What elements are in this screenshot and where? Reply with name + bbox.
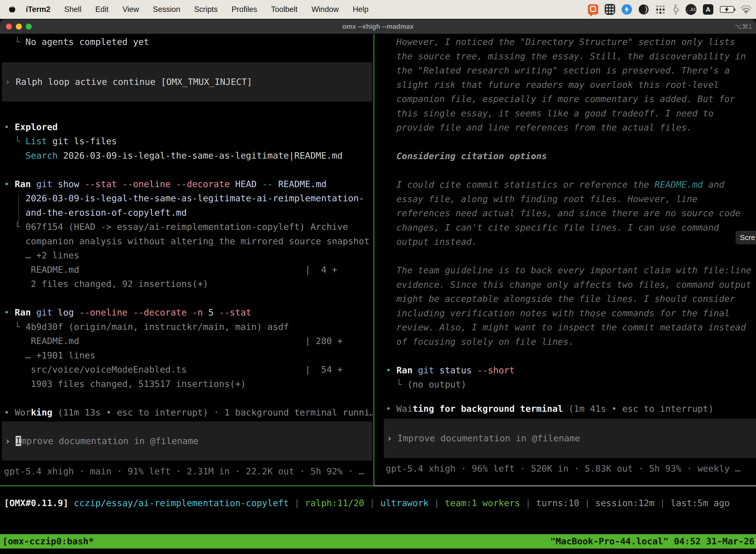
screen-recording-icon[interactable] <box>588 4 598 15</box>
terminal-line: references need actual files, and since … <box>384 206 756 220</box>
keystroke-icon[interactable] <box>672 4 679 15</box>
tmux-status-bar: [omx-cczip0:bash* "MacBook-Pro-44.local"… <box>0 534 756 549</box>
sync-badge-icon[interactable] <box>622 4 632 15</box>
text-segment: … +1901 lines <box>4 350 95 361</box>
text-segment: README.md | 4 + <box>4 265 337 275</box>
text-segment: -- <box>257 179 273 189</box>
terminal-line: 2026-03-09-is-legal-the-same-as-legitima… <box>2 191 373 206</box>
command-input-box[interactable]: › Ralph loop active continue [OMX_TMUX_I… <box>2 62 373 102</box>
terminal-line: Search 2026-03-09-is-legal-the-same-as-l… <box>2 149 373 163</box>
screen-share-pill[interactable]: Scre <box>736 231 756 244</box>
command-input-box[interactable]: › Improve documentation in @filename <box>384 419 756 458</box>
terminal-line: might be acceptable alongside the file l… <box>384 292 756 306</box>
terminal-line: • Ran git log --oneline --decorate -n 5 … <box>2 305 373 320</box>
terminal-line: However, I noticed the "Directory Struct… <box>384 35 756 49</box>
text-segment: ting for background terminal <box>413 403 563 414</box>
input-source-icon[interactable]: A <box>703 4 713 15</box>
text-segment: └ <box>4 322 25 332</box>
moon-circle-icon[interactable] <box>638 4 649 15</box>
terminal-line: 1903 files changed, 513517 insertions(+) <box>2 377 373 391</box>
text-segment: team:1 workers <box>445 498 520 508</box>
terminal-line: • Waiting for background terminal (1m 41… <box>384 402 756 416</box>
terminal-area: └ No agents completed yet› Ralph loop ac… <box>0 34 756 554</box>
text-segment: └ <box>386 379 407 389</box>
menu-item-profiles[interactable]: Profiles <box>225 5 264 14</box>
text-segment: --stat --oneline --decorate <box>79 179 230 189</box>
menu-item-view[interactable]: View <box>116 5 146 14</box>
left-terminal-pane[interactable]: └ No agents completed yet› Ralph loop ac… <box>2 35 373 486</box>
menu-item-toolbelt[interactable]: Toolbelt <box>264 5 305 14</box>
tmux-session-label: [omx-cczip0:bash* <box>2 534 94 549</box>
timer-badge-icon[interactable]: ..61 <box>686 4 696 15</box>
terminal-line: … +1901 lines <box>2 348 373 363</box>
terminal-line: • Ran git status --short <box>384 363 756 378</box>
spacer <box>384 249 756 263</box>
text-segment: cczip/essay/ai-reimplementation-copyleft <box>74 498 289 508</box>
spacer <box>384 163 756 178</box>
menu-item-shell[interactable]: Shell <box>57 5 88 14</box>
keyboard-icon[interactable] <box>605 4 615 15</box>
inactive-pane-bottom-border <box>374 486 756 486</box>
text-segment: session:12m <box>595 498 654 508</box>
text-segment: However, I noticed the "Directory Struct… <box>386 37 735 47</box>
text-segment: 1903 files changed, 513517 insertions(+) <box>4 379 246 389</box>
right-terminal-pane[interactable]: However, I noticed the "Directory Struct… <box>384 35 756 486</box>
menu-item-window[interactable]: Window <box>305 5 346 14</box>
window-title-bar: omx --xhigh --madmax ⌥⌘1 <box>0 19 756 34</box>
text-segment: Explored <box>15 122 58 132</box>
menu-item-iterm2[interactable]: iTerm2 <box>26 5 57 14</box>
menu-item-scripts[interactable]: Scripts <box>187 5 225 14</box>
terminal-line: changes, I can't cite specific file line… <box>384 220 756 235</box>
text-segment: Ran <box>396 365 418 375</box>
text-segment: • <box>4 122 15 132</box>
text-segment: 067f154 (HEAD -> essay/ai-reimplementati… <box>25 222 348 232</box>
battery-icon[interactable] <box>720 6 734 13</box>
text-segment: Search <box>4 151 58 161</box>
text-segment: and <box>703 179 724 189</box>
text-segment: › <box>387 433 397 443</box>
text-segment: | <box>289 498 305 508</box>
pane-divider[interactable] <box>374 34 374 486</box>
apple-menu-icon[interactable] <box>8 4 17 14</box>
terminal-line: I could cite commit statistics or refere… <box>384 177 756 192</box>
menu-status-icons: ..61 A <box>588 0 752 19</box>
text-segment: README.md | 280 + <box>4 336 342 346</box>
text-segment: --stat <box>213 307 251 318</box>
menu-item-edit[interactable]: Edit <box>88 5 115 14</box>
text-segment: └ <box>4 37 25 47</box>
terminal-line: The team guideline is to back every impo… <box>384 263 756 277</box>
terminal-line: this single essay, it seems like a good … <box>384 106 756 121</box>
spacer <box>384 458 756 461</box>
text-segment: the "Related research writing" section i… <box>386 65 730 75</box>
text-segment: (1m 41s • esc to interrupt) <box>563 403 713 414</box>
menu-items: iTerm2ShellEditViewSessionScriptsProfile… <box>26 5 376 14</box>
model-status-line: gpt-5.4 xhigh · main · 91% left · 2.31M … <box>2 464 373 479</box>
text-segment: 2026-03-09-is-legal-the-same-as-legitima… <box>58 151 343 161</box>
dots-grid-icon[interactable] <box>655 4 665 14</box>
window-title: omx --xhigh --madmax <box>0 19 756 34</box>
text-segment: 4b9d30f (origin/main, instructkr/main, m… <box>25 322 289 332</box>
terminal-line: 2 files changed, 92 insertions(+) <box>2 277 373 291</box>
text-segment: git <box>36 179 52 189</box>
model-status-line: gpt-5.4 xhigh · 96% left · 520K in · 5.8… <box>384 461 756 476</box>
terminal-line: README.md | 280 + <box>2 334 373 348</box>
terminal-line: including verification notes with those … <box>384 306 756 321</box>
terminal-line: • Working (11m 13s • esc to interrupt) ·… <box>2 405 373 420</box>
menu-item-help[interactable]: Help <box>346 5 376 14</box>
text-segment: gpt-5.4 xhigh · main · 91% left · 2.31M … <box>4 466 364 476</box>
terminal-line: the source tree, missing the essay. Stil… <box>384 49 756 63</box>
spacer <box>2 291 373 306</box>
spacer <box>2 49 373 62</box>
text-segment: turns:10 <box>536 498 579 508</box>
text-segment: --oneline --decorate -n <box>74 307 203 318</box>
text-segment: • Wor <box>4 407 31 418</box>
terminal-line: README.md | 4 + <box>2 263 373 277</box>
command-input-box[interactable]: › Improve documentation in @filename <box>2 422 373 461</box>
text-segment: 5 <box>203 307 213 318</box>
wifi-icon[interactable] <box>741 5 752 14</box>
text-segment: ultrawork <box>380 498 429 508</box>
menu-item-session[interactable]: Session <box>146 5 187 14</box>
terminal-line: Considering citation options <box>384 149 756 163</box>
spacer <box>384 135 756 149</box>
text-segment: and-the-erosion-of-copyleft.md <box>4 208 187 218</box>
